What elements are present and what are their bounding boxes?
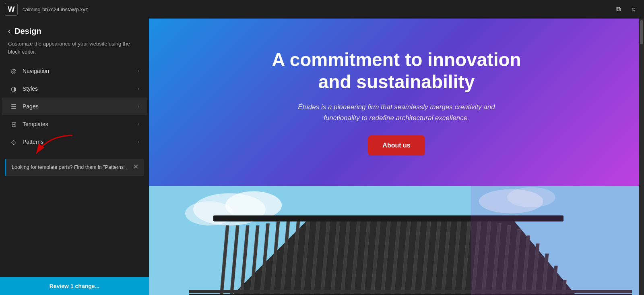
sidebar-description: Customize the appearance of your website… [0,40,149,62]
sidebar-header: ‹ Design [0,19,149,40]
svg-point-3 [225,191,282,220]
wp-logo-symbol: W [8,5,15,14]
search-icon[interactable]: ○ [628,4,639,15]
hero-title: A commitment to innovation and sustainab… [256,49,537,93]
navigation-icon: ◎ [10,67,18,75]
templates-chevron: › [138,121,139,127]
navigation-chevron: › [138,68,139,74]
external-link-icon[interactable]: ⧉ [613,4,624,15]
hero-subtitle: Études is a pioneering firm that seamles… [284,102,509,123]
notification-close-button[interactable]: ✕ [133,164,138,170]
top-bar-actions: ⧉ ○ [613,4,639,15]
building-image [149,186,644,295]
sidebar-items: ◎ Navigation › ◑ Styles › ☰ Pages › ⊞ Te… [0,62,149,295]
svg-rect-47 [471,186,644,295]
pages-icon: ☰ [10,102,18,110]
sidebar-item-patterns[interactable]: ◇ Patterns › [2,133,147,151]
navigation-label: Navigation [23,68,133,74]
styles-label: Styles [23,85,133,92]
svg-point-4 [185,202,233,226]
styles-icon: ◑ [10,85,18,93]
site-url: calming-bb7c24.instawp.xyz [23,6,608,12]
hero-section: A commitment to innovation and sustainab… [149,19,644,186]
back-button[interactable]: ‹ [8,27,10,35]
sidebar-item-navigation[interactable]: ◎ Navigation › [2,62,147,80]
content-area: A commitment to innovation and sustainab… [149,19,644,295]
sidebar: ‹ Design Customize the appearance of you… [0,19,149,295]
styles-chevron: › [138,86,139,91]
notification-box: Looking for template parts? Find them in… [5,159,144,176]
notification-text: Looking for template parts? Find them in… [12,164,127,171]
sidebar-item-pages[interactable]: ☰ Pages › [2,98,147,115]
patterns-label: Patterns [23,139,133,145]
main-layout: ‹ Design Customize the appearance of you… [0,19,644,295]
templates-label: Templates [23,121,133,127]
pages-label: Pages [23,103,133,110]
patterns-chevron: › [138,139,139,145]
about-us-button[interactable]: About us [368,135,425,156]
review-button[interactable]: Review 1 change... [0,277,149,295]
pages-chevron: › [138,104,139,109]
sidebar-item-styles[interactable]: ◑ Styles › [2,80,147,98]
patterns-icon: ◇ [10,138,18,146]
sidebar-item-templates[interactable]: ⊞ Templates › [2,115,147,133]
templates-icon: ⊞ [10,120,18,128]
sidebar-title: Design [14,27,41,36]
scrollbar-thumb[interactable] [640,20,643,44]
building-section [149,186,644,295]
scrollbar[interactable] [639,19,644,295]
wp-logo[interactable]: W [5,3,18,16]
top-bar: W calming-bb7c24.instawp.xyz ⧉ ○ [0,0,644,19]
